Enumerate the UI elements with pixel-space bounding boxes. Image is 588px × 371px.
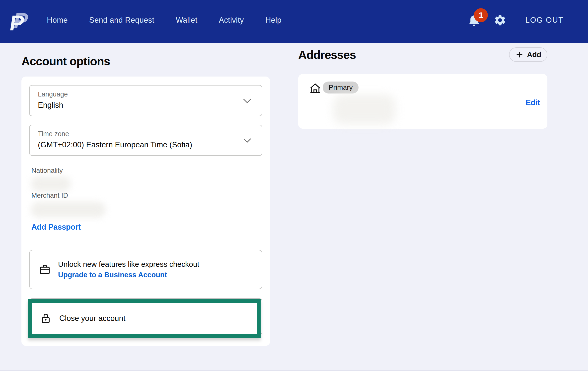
close-account-label: Close your account bbox=[59, 314, 125, 323]
lock-icon bbox=[40, 313, 52, 324]
nav-item-home[interactable]: Home bbox=[47, 16, 68, 25]
gear-icon bbox=[494, 14, 506, 26]
account-options-title: Account options bbox=[21, 54, 110, 68]
merchant-id-value-redacted bbox=[31, 202, 106, 218]
timezone-select[interactable]: Time zone (GMT+02:00) Eastern European T… bbox=[29, 125, 262, 156]
addresses-title: Addresses bbox=[298, 48, 356, 62]
merchant-id-label: Merchant ID bbox=[31, 192, 68, 199]
add-address-button[interactable]: Add bbox=[509, 47, 547, 62]
home-icon bbox=[309, 82, 322, 95]
add-address-label: Add bbox=[527, 50, 541, 59]
address-card: Primary Edit bbox=[298, 74, 547, 129]
address-value-redacted bbox=[333, 94, 395, 124]
account-options-card: Language English Time zone (GMT+02:00) E… bbox=[21, 77, 270, 346]
plus-icon bbox=[515, 50, 524, 59]
paypal-logo[interactable]: P P bbox=[10, 9, 29, 35]
main-nav: Home Send and Request Wallet Activity He… bbox=[47, 16, 282, 25]
primary-address-badge: Primary bbox=[323, 82, 359, 93]
timezone-value: (GMT+02:00) Eastern European Time (Sofia… bbox=[38, 140, 262, 149]
add-passport-link[interactable]: Add Passport bbox=[31, 223, 81, 232]
top-navbar: P P Home Send and Request Wallet Activit… bbox=[0, 0, 588, 43]
business-upgrade-card[interactable]: Unlock new features like express checkou… bbox=[29, 250, 262, 289]
chevron-down-icon bbox=[241, 95, 253, 106]
business-upgrade-title: Unlock new features like express checkou… bbox=[58, 260, 199, 269]
nav-item-wallet[interactable]: Wallet bbox=[176, 16, 198, 25]
language-select[interactable]: Language English bbox=[29, 85, 262, 116]
timezone-label: Time zone bbox=[38, 130, 262, 138]
briefcase-icon bbox=[39, 263, 51, 276]
nav-item-send-and-request[interactable]: Send and Request bbox=[89, 16, 154, 25]
language-value: English bbox=[38, 101, 262, 110]
nav-item-activity[interactable]: Activity bbox=[219, 16, 244, 25]
bottom-edge-strip bbox=[0, 370, 588, 371]
business-upgrade-texts: Unlock new features like express checkou… bbox=[58, 260, 199, 279]
nationality-value-redacted bbox=[31, 176, 71, 192]
upgrade-business-account-link[interactable]: Upgrade to a Business Account bbox=[58, 271, 199, 279]
nav-item-help[interactable]: Help bbox=[265, 16, 282, 25]
language-label: Language bbox=[38, 91, 262, 98]
close-account-button[interactable]: Close your account bbox=[28, 299, 261, 338]
nationality-label: Nationality bbox=[31, 167, 63, 175]
home-address-icon-wrap bbox=[309, 82, 322, 96]
chevron-down-icon bbox=[241, 135, 253, 146]
logout-button[interactable]: LOG OUT bbox=[525, 16, 564, 25]
navbar-right-cluster: 1 LOG OUT bbox=[467, 13, 564, 28]
settings-button[interactable] bbox=[494, 14, 506, 26]
notifications-button[interactable]: 1 bbox=[467, 13, 482, 28]
notification-badge: 1 bbox=[474, 8, 488, 22]
edit-address-link[interactable]: Edit bbox=[526, 98, 540, 107]
